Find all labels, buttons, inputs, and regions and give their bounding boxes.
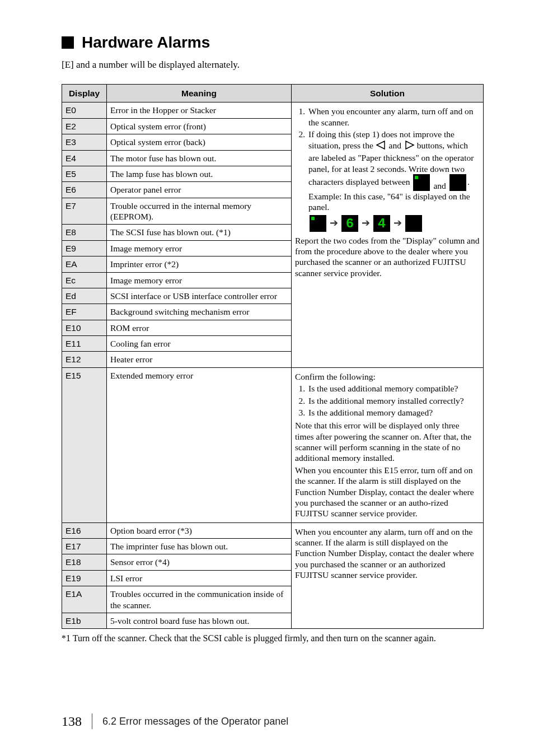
arrow-right-icon: ➔ xyxy=(362,217,370,230)
sol3-text: When you encounter any alarm, turn off a… xyxy=(295,526,480,581)
display-sequence: ➔6➔4➔ xyxy=(308,215,480,232)
table-code-cell: E1A xyxy=(62,586,107,613)
table-meaning-cell: Option board error (*3) xyxy=(107,522,292,538)
page-heading: Hardware Alarms xyxy=(82,34,210,52)
table-meaning-cell: Troubles occurred in the communication i… xyxy=(107,586,292,613)
sol1-report: Report the two codes from the "Display" … xyxy=(295,235,480,279)
table-meaning-cell: Optical system error (back) xyxy=(107,134,292,150)
table-solution-cell-group1: When you encounter any alarm, turn off a… xyxy=(292,102,484,367)
display-box-icon xyxy=(405,215,422,232)
table-code-cell: E0 xyxy=(62,102,107,118)
table-code-cell: E9 xyxy=(62,240,107,256)
table-meaning-cell: Heater error xyxy=(107,352,292,367)
svg-marker-1 xyxy=(406,141,414,149)
table-meaning-cell: SCSI interface or USB interface controll… xyxy=(107,288,292,304)
table-meaning-cell: The imprinter fuse has blown out. xyxy=(107,539,292,554)
table-code-cell: E15 xyxy=(62,367,107,522)
table-code-cell: E11 xyxy=(62,336,107,352)
alarm-table: Display Meaning Solution E0Error in the … xyxy=(62,84,484,629)
sol1-example: Example: In this case, "64" is displayed… xyxy=(308,192,470,212)
table-meaning-cell: Sensor error (*4) xyxy=(107,554,292,570)
sol-e15-note2: When you encounter this E15 error, turn … xyxy=(295,465,480,519)
sol-e15-q1: Is the used additional memory compatible… xyxy=(307,383,480,394)
table-meaning-cell: 5-volt control board fuse has blown out. xyxy=(107,613,292,628)
sol-e15-note: Note that this error will be displayed o… xyxy=(295,420,480,464)
table-solution-cell-e15: Confirm the following:Is the used additi… xyxy=(292,367,484,522)
page-number: 138 xyxy=(62,714,82,729)
display-box-icon xyxy=(310,215,326,232)
svg-marker-0 xyxy=(377,141,385,149)
table-meaning-cell: Imprinter error (*2) xyxy=(107,256,292,272)
table-code-cell: E12 xyxy=(62,352,107,367)
table-code-cell: E6 xyxy=(62,182,107,198)
table-code-cell: E18 xyxy=(62,554,107,570)
sol1-and: and xyxy=(433,180,446,191)
table-code-cell: EF xyxy=(62,304,107,320)
arrow-right-icon: ➔ xyxy=(394,217,402,230)
table-code-cell: Ed xyxy=(62,288,107,304)
table-code-cell: E19 xyxy=(62,570,107,586)
table-meaning-cell: Operator panel error xyxy=(107,182,292,198)
th-solution: Solution xyxy=(292,85,484,102)
table-code-cell: E3 xyxy=(62,134,107,150)
th-meaning: Meaning xyxy=(107,85,292,102)
table-meaning-cell: LSI error xyxy=(107,570,292,586)
display-box-icon xyxy=(449,174,466,191)
triangle-left-icon xyxy=(376,140,387,152)
footer-separator xyxy=(92,713,92,729)
table-code-cell: E10 xyxy=(62,320,107,335)
table-meaning-cell: Trouble occurred in the internal memory … xyxy=(107,198,292,225)
table-code-cell: EA xyxy=(62,256,107,272)
table-code-cell: E17 xyxy=(62,539,107,554)
display-box-icon: 6 xyxy=(341,215,358,232)
table-meaning-cell: Cooling fan error xyxy=(107,336,292,352)
table-code-cell: Ec xyxy=(62,272,107,288)
sol-e15-intro: Confirm the following: xyxy=(295,371,480,382)
table-code-cell: E16 xyxy=(62,522,107,538)
table-code-cell: E7 xyxy=(62,198,107,225)
sol-e15-q3: Is the additional memory damaged? xyxy=(307,407,480,418)
table-meaning-cell: ROM error xyxy=(107,320,292,335)
table-code-cell: E2 xyxy=(62,118,107,134)
arrow-right-icon: ➔ xyxy=(330,217,338,230)
table-meaning-cell: The SCSI fuse has blown out. (*1) xyxy=(107,225,292,240)
table-meaning-cell: Image memory error xyxy=(107,240,292,256)
table-meaning-cell: The lamp fuse has blown out. xyxy=(107,166,292,181)
table-code-cell: E5 xyxy=(62,166,107,181)
triangle-right-icon xyxy=(404,140,415,152)
display-box-icon: 4 xyxy=(373,215,390,232)
table-meaning-cell: The motor fuse has blown out. xyxy=(107,150,292,166)
sol1-step2: If doing this (step 1) does not improve … xyxy=(307,129,480,232)
sol1-step1: When you encounter any alarm, turn off a… xyxy=(307,106,480,128)
table-code-cell: E1b xyxy=(62,613,107,628)
table-solution-cell-group3: When you encounter any alarm, turn off a… xyxy=(292,522,484,629)
display-box-icon xyxy=(413,174,430,191)
sol-e15-q2: Is the additional memory installed corre… xyxy=(307,395,480,406)
table-code-cell: E8 xyxy=(62,225,107,240)
footer-section: 6.2 Error messages of the Operator panel xyxy=(102,716,288,727)
table-meaning-cell: Image memory error xyxy=(107,272,292,288)
th-display: Display xyxy=(62,85,107,102)
heading-square-icon xyxy=(62,36,74,49)
table-meaning-cell: Optical system error (front) xyxy=(107,118,292,134)
table-meaning-cell: Background switching mechanism error xyxy=(107,304,292,320)
footnote-1: *1 Turn off the scanner. Check that the … xyxy=(62,633,484,643)
table-meaning-cell: Error in the Hopper or Stacker xyxy=(107,102,292,118)
table-meaning-cell: Extended memory error xyxy=(107,367,292,522)
table-code-cell: E4 xyxy=(62,150,107,166)
intro-text: [E] and a number will be displayed alter… xyxy=(62,59,484,71)
